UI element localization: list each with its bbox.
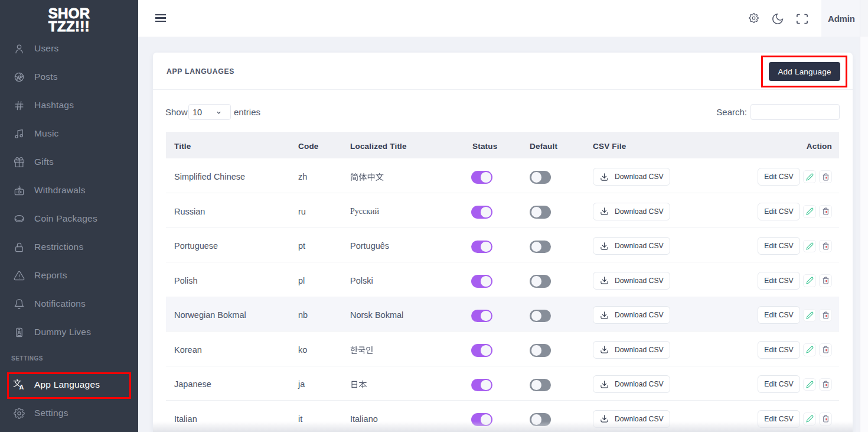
svg-text:A: A [19,384,24,391]
